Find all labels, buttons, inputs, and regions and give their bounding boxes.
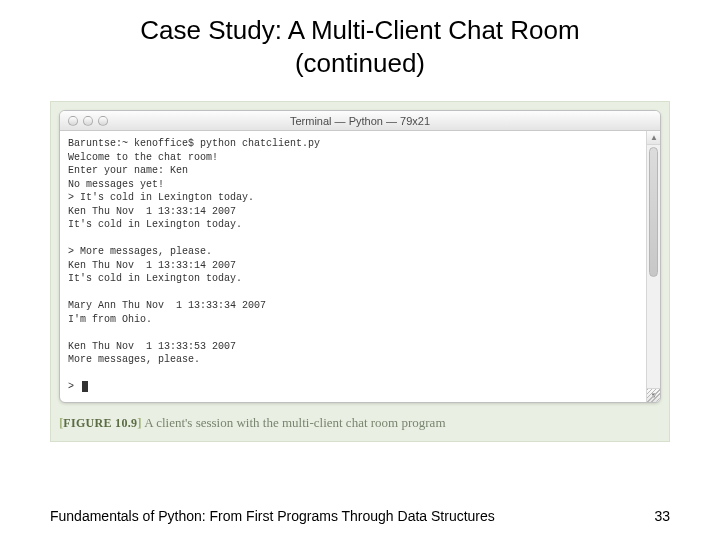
bracket-close: ] [137,415,141,430]
terminal-titlebar: Terminal — Python — 79x21 [60,111,660,131]
scroll-thumb[interactable] [649,147,658,277]
scroll-up-icon[interactable]: ▲ [647,131,661,145]
page-title: Case Study: A Multi-Client Chat Room (co… [0,0,720,83]
terminal-title: Terminal — Python — 79x21 [60,115,660,127]
scrollbar[interactable]: ▲ ▼ [646,131,660,402]
terminal-content[interactable]: Baruntse:~ kenoffice$ python chatclient.… [60,131,646,402]
footer-page-number: 33 [654,508,670,524]
terminal-window: Terminal — Python — 79x21 Baruntse:~ ken… [59,110,661,403]
terminal-body: Baruntse:~ kenoffice$ python chatclient.… [60,131,660,402]
title-line-1: Case Study: A Multi-Client Chat Room [140,15,579,45]
figure-container: Terminal — Python — 79x21 Baruntse:~ ken… [50,101,670,442]
footer-book-title: Fundamentals of Python: From First Progr… [50,508,495,524]
figure-label: FIGURE 10.9 [63,416,137,430]
resize-grip-icon[interactable] [647,389,660,402]
slide-footer: Fundamentals of Python: From First Progr… [0,508,720,524]
figure-caption-text: A client's session with the multi-client… [144,415,445,430]
cursor-icon [82,381,88,392]
title-line-2: (continued) [295,48,425,78]
figure-caption: [FIGURE 10.9] A client's session with th… [59,415,661,431]
